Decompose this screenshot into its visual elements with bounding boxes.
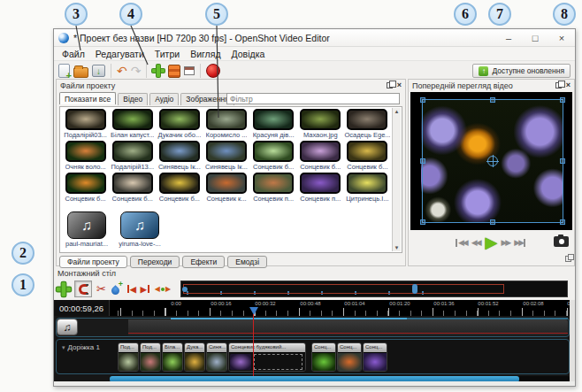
scroll-up-icon[interactable]: ▲ xyxy=(394,109,400,114)
transform-handle[interactable] xyxy=(490,219,495,225)
panel-tab[interactable]: Емодзі xyxy=(227,256,267,268)
file-item[interactable]: Синявець Ік... xyxy=(203,141,249,171)
transform-center-handle[interactable] xyxy=(487,156,498,166)
menu-item[interactable]: Редагувати xyxy=(90,48,149,60)
play-button[interactable]: ▶ xyxy=(486,234,498,250)
panel-tab[interactable]: Переходи xyxy=(130,256,180,268)
add-track-icon[interactable] xyxy=(57,281,71,296)
file-item[interactable]: Красуня дів... xyxy=(250,109,297,139)
file-item[interactable]: Сонцевик п... xyxy=(297,173,344,203)
audio-clip[interactable] xyxy=(128,319,568,335)
transform-handle[interactable] xyxy=(560,97,565,103)
redo-icon[interactable]: ↷ xyxy=(131,65,142,77)
clip-transform-box[interactable] xyxy=(422,99,563,223)
timeline-ruler[interactable]: 0:0000:00:1600:00:3200:00:4800:01:0400:0… xyxy=(110,300,570,316)
file-item[interactable]: Сонцевик б... xyxy=(297,141,344,171)
choose-profile-icon[interactable] xyxy=(168,65,180,78)
file-item[interactable]: Махаон.jpg xyxy=(297,109,344,139)
file-item[interactable]: Сонцевик б... xyxy=(109,173,156,203)
timeline-clip[interactable]: Біла... xyxy=(162,342,183,372)
file-item[interactable]: Осадець Ege... xyxy=(344,109,391,139)
open-project-icon[interactable] xyxy=(73,67,88,78)
timeline-clip[interactable]: Сонц... xyxy=(311,342,336,372)
timeline-clip[interactable]: Под... xyxy=(140,342,161,372)
file-item[interactable]: Подалірій13... xyxy=(109,141,156,171)
next-marker-button[interactable]: ▶ xyxy=(141,285,150,294)
audio-file-item[interactable]: ♫ paul-mauriat... xyxy=(64,211,110,248)
rewind-button[interactable]: ◀◀ xyxy=(471,238,482,247)
file-item[interactable]: Сонцевик б... xyxy=(156,173,203,203)
float-panel-icon[interactable] xyxy=(387,82,393,88)
file-item[interactable]: Подалірій03... xyxy=(62,109,109,139)
fast-forward-button[interactable]: ▶▶ xyxy=(501,238,511,247)
timeline-zoom-slider[interactable] xyxy=(180,281,568,297)
files-filter-tab[interactable]: Відео xyxy=(118,93,148,105)
timeline-clip[interactable]: Синя... xyxy=(206,342,227,372)
export-video-icon[interactable] xyxy=(206,64,220,78)
file-item[interactable]: Сонцевик б... xyxy=(62,173,109,203)
close-button[interactable]: × xyxy=(548,29,575,46)
file-item[interactable]: Дукачик обо... xyxy=(156,109,203,139)
snapshot-camera-icon[interactable] xyxy=(554,236,569,247)
title-bar[interactable]: * Проект без назви [HD 720p 30 fps] - Op… xyxy=(54,29,575,47)
transform-handle[interactable] xyxy=(420,158,425,164)
file-item[interactable]: Синявець Ік... xyxy=(156,141,203,171)
float-panel-icon[interactable] xyxy=(565,256,571,262)
audio-file-item[interactable]: ♫ yiruma-love-... xyxy=(117,211,163,248)
fullscreen-icon[interactable] xyxy=(184,66,195,75)
import-files-icon[interactable] xyxy=(152,65,165,77)
panel-tab[interactable]: Файли проекту xyxy=(59,256,127,268)
file-item[interactable]: Сонцевик б... xyxy=(250,141,297,171)
save-project-icon[interactable]: ↓ xyxy=(92,65,105,77)
files-filter-tab[interactable]: Показати все xyxy=(59,92,116,104)
timeline-clip[interactable]: Сонцевик будяковий... xyxy=(228,342,306,372)
close-panel-icon[interactable]: × xyxy=(566,81,571,89)
file-item[interactable]: Цитринець.І... xyxy=(344,173,391,203)
zoom-handle-left[interactable] xyxy=(182,287,188,292)
jump-start-button[interactable]: ◀◀ xyxy=(455,238,469,247)
playhead-marker[interactable] xyxy=(249,307,258,315)
timeline-vertical-scrollbar[interactable] xyxy=(570,300,575,383)
transform-handle[interactable] xyxy=(420,97,425,103)
timeline-clip[interactable]: Сонц... xyxy=(337,342,362,372)
previous-marker-button[interactable]: ◀ xyxy=(126,285,136,294)
menu-item[interactable]: Вигляд xyxy=(185,48,226,60)
timeline-clip[interactable]: Дука... xyxy=(184,342,205,372)
update-available-button[interactable]: ↑ Доступне оновлення xyxy=(472,64,571,78)
file-item[interactable]: Сонцевик п... xyxy=(250,173,297,203)
file-item[interactable]: Коромисло ... xyxy=(203,109,249,139)
file-item[interactable]: Сонцевик б... xyxy=(344,141,391,171)
transform-handle[interactable] xyxy=(490,97,495,103)
new-project-icon[interactable] xyxy=(58,64,70,78)
zoom-visible-range[interactable] xyxy=(183,284,504,294)
transform-handle[interactable] xyxy=(560,219,565,225)
filter-input[interactable] xyxy=(226,93,400,104)
file-thumbnail xyxy=(300,141,341,162)
minimize-button[interactable]: – xyxy=(495,29,522,46)
close-panel-icon[interactable]: × xyxy=(397,81,402,89)
timeline-clip[interactable]: Под... xyxy=(118,342,139,372)
file-item[interactable]: Сонцевик к... xyxy=(203,173,249,203)
file-thumbnail xyxy=(347,141,387,162)
file-item[interactable]: Білан капуст... xyxy=(109,109,156,139)
scroll-down-icon[interactable]: ▼ xyxy=(394,245,400,250)
undo-icon[interactable]: ↶ xyxy=(117,65,127,77)
center-playhead-icon[interactable]: ◀▶ xyxy=(155,285,171,293)
maximize-button[interactable]: □ xyxy=(522,29,548,46)
transform-handle[interactable] xyxy=(560,158,565,164)
files-scrollbar[interactable]: ▲ ▼ xyxy=(392,108,401,251)
ruler-time-label: 00:01:04 xyxy=(344,301,364,306)
jump-end-button[interactable]: ▶▶ xyxy=(514,238,528,247)
menu-item[interactable]: Титри xyxy=(149,48,185,60)
float-panel-icon[interactable] xyxy=(555,82,562,88)
menu-item[interactable]: Довідка xyxy=(226,48,271,60)
files-filter-tab[interactable]: Аудіо xyxy=(149,93,179,105)
add-marker-icon[interactable] xyxy=(111,283,122,296)
menu-item[interactable]: Файл xyxy=(57,48,90,60)
transform-handle[interactable] xyxy=(420,219,425,225)
snapping-toggle[interactable] xyxy=(74,281,92,297)
panel-tab[interactable]: Ефекти xyxy=(182,256,225,268)
file-item[interactable]: Очняк воло... xyxy=(62,141,109,171)
razor-tool-icon[interactable]: ✂ xyxy=(96,283,106,295)
timeline-clip[interactable]: Сонц... xyxy=(363,342,387,372)
